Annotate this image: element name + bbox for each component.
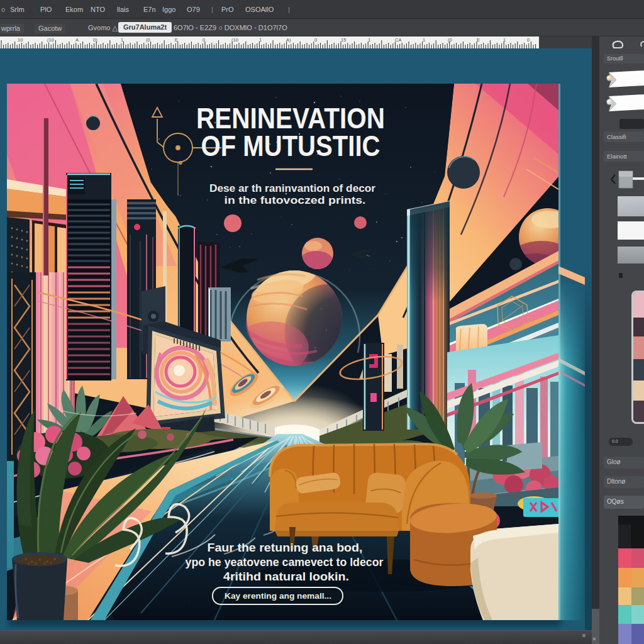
- svg-text:15: 15: [341, 37, 346, 43]
- svg-text:E: E: [175, 37, 178, 43]
- svg-text:ypo he yeatovene camevect to l: ypo he yeatovene camevect to ldecor: [186, 555, 384, 569]
- svg-text:0: 0: [203, 37, 205, 43]
- svg-text:10: 10: [18, 37, 23, 43]
- svg-text:1: 1: [259, 37, 262, 43]
- svg-text:0: 0: [314, 37, 317, 43]
- svg-text:E: E: [477, 37, 480, 43]
- svg-text:0): 0): [93, 37, 97, 43]
- svg-text:0: 0: [527, 37, 530, 43]
- svg-text:CA: CA: [395, 37, 401, 43]
- svg-text:(10: (10: [231, 37, 238, 43]
- svg-text:Dese ar th raninvantion of dec: Dese ar th raninvantion of decor: [209, 183, 375, 194]
- svg-text:4ritihd natural lookin.: 4ritihd natural lookin.: [223, 570, 349, 583]
- svg-text:1: 1: [423, 37, 425, 43]
- svg-text:Kay erenting ang nemall...: Kay erenting ang nemall...: [225, 592, 331, 601]
- svg-text:(0: (0: [448, 37, 452, 43]
- svg-text:A: A: [75, 37, 79, 43]
- svg-text:OF MUTUSTIIC: OF MUTUSTIIC: [201, 130, 380, 162]
- svg-text:(0: (0: [146, 37, 150, 43]
- svg-text:1: 1: [121, 37, 123, 43]
- svg-text:Faur the retuning ana bod,: Faur the retuning ana bod,: [208, 541, 363, 554]
- svg-text:1: 1: [503, 37, 506, 43]
- svg-text:A): A): [286, 37, 291, 43]
- svg-text:(10: (10: [47, 37, 54, 43]
- svg-text:in the futovoczed prints.: in the futovoczed prints.: [225, 195, 366, 206]
- svg-text:1: 1: [368, 37, 370, 43]
